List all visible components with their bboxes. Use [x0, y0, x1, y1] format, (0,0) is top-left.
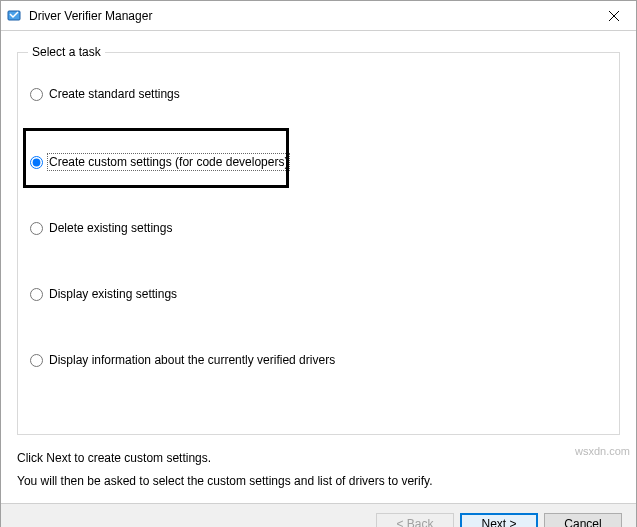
label-create-custom: Create custom settings (for code develop… [49, 155, 288, 169]
label-create-standard: Create standard settings [49, 87, 180, 101]
info-line-2: You will then be asked to select the cus… [17, 470, 620, 493]
option-display-existing[interactable]: Display existing settings [30, 287, 177, 301]
next-button[interactable]: Next > [460, 513, 538, 527]
radio-create-standard[interactable] [30, 88, 43, 101]
label-display-info: Display information about the currently … [49, 353, 335, 367]
option-create-custom[interactable]: Create custom settings (for code develop… [30, 155, 288, 169]
radio-display-info[interactable] [30, 354, 43, 367]
option-delete-existing[interactable]: Delete existing settings [30, 221, 172, 235]
window-title: Driver Verifier Manager [29, 9, 591, 23]
next-button-label: Next > [481, 517, 516, 527]
close-icon [609, 11, 619, 21]
app-icon [7, 8, 23, 24]
close-button[interactable] [591, 1, 636, 30]
dialog-window: Driver Verifier Manager Select a task Cr… [0, 0, 637, 527]
radio-create-custom[interactable] [30, 156, 43, 169]
radio-display-existing[interactable] [30, 288, 43, 301]
watermark: wsxdn.com [575, 445, 630, 457]
option-create-standard[interactable]: Create standard settings [30, 87, 180, 101]
radio-delete-existing[interactable] [30, 222, 43, 235]
groupbox-legend: Select a task [28, 45, 105, 59]
titlebar: Driver Verifier Manager [1, 1, 636, 31]
cancel-button-label: Cancel [564, 517, 601, 527]
back-button-label: < Back [396, 517, 433, 527]
info-text: Click Next to create custom settings. Yo… [17, 447, 620, 493]
label-display-existing: Display existing settings [49, 287, 177, 301]
button-row: < Back Next > Cancel [1, 503, 636, 527]
task-groupbox: Select a task Create standard settings C… [17, 45, 620, 435]
option-display-info[interactable]: Display information about the currently … [30, 353, 335, 367]
info-line-1: Click Next to create custom settings. [17, 447, 620, 470]
dialog-body: Select a task Create standard settings C… [1, 31, 636, 503]
cancel-button[interactable]: Cancel [544, 513, 622, 527]
label-delete-existing: Delete existing settings [49, 221, 172, 235]
back-button: < Back [376, 513, 454, 527]
